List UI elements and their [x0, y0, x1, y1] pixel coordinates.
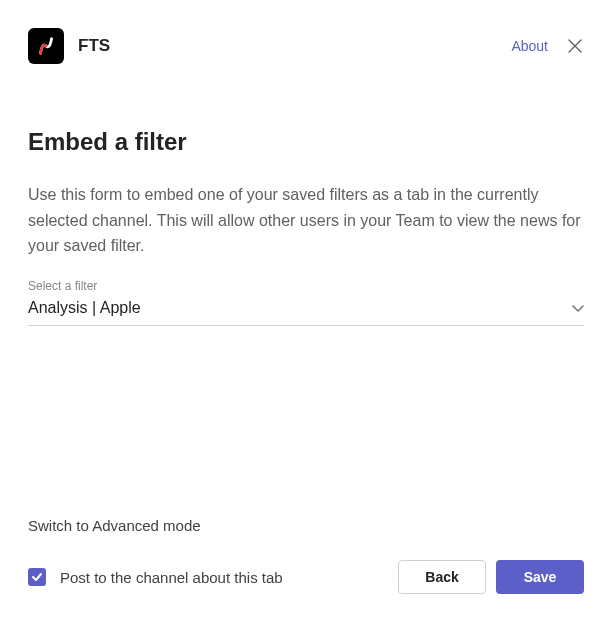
back-button[interactable]: Back: [398, 560, 486, 594]
about-link[interactable]: About: [511, 38, 548, 54]
filter-select[interactable]: Analysis | Apple: [28, 299, 584, 326]
post-to-channel-label: Post to the channel about this tab: [60, 569, 283, 586]
post-to-channel-option: Post to the channel about this tab: [28, 568, 283, 586]
page-description: Use this form to embed one of your saved…: [28, 182, 584, 259]
fts-logo-icon: [35, 35, 57, 57]
filter-select-value: Analysis | Apple: [28, 299, 572, 317]
app-name: FTS: [78, 36, 110, 56]
advanced-mode-link[interactable]: Switch to Advanced mode: [28, 517, 584, 538]
close-button[interactable]: [566, 37, 584, 55]
save-button[interactable]: Save: [496, 560, 584, 594]
app-icon: [28, 28, 64, 64]
close-icon: [568, 39, 582, 53]
dialog-footer: Post to the channel about this tab Back …: [0, 538, 612, 628]
dialog-body: Embed a filter Use this form to embed on…: [0, 64, 612, 538]
dialog-header: FTS About: [0, 0, 612, 64]
checkmark-icon: [31, 571, 43, 583]
page-title: Embed a filter: [28, 128, 584, 156]
filter-field-label: Select a filter: [28, 279, 584, 293]
post-to-channel-checkbox[interactable]: [28, 568, 46, 586]
chevron-down-icon: [572, 299, 584, 317]
